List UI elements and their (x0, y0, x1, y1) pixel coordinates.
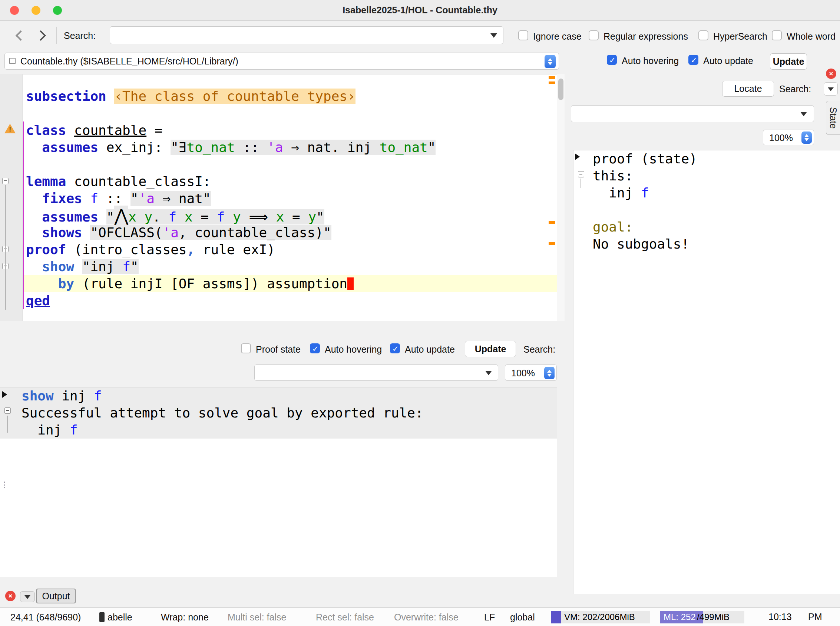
editor-scrollbar-thumb[interactable] (558, 78, 564, 100)
state-auto-hovering-label[interactable]: Auto hovering (622, 56, 679, 66)
output-auto-update-label[interactable]: Auto update (405, 344, 455, 355)
state-zoom-control[interactable]: 100% (763, 130, 814, 145)
state-search-label: Search: (779, 84, 811, 94)
history-back-icon[interactable] (16, 30, 26, 41)
mode-fragment[interactable]: abelle (107, 608, 132, 626)
scope-status[interactable]: global (510, 608, 535, 626)
search-combo-arrow-icon[interactable] (490, 33, 497, 38)
history-forward-icon[interactable] (36, 30, 46, 41)
code-line (23, 156, 557, 173)
whole-word-checkbox[interactable] (772, 30, 782, 41)
code-line: fixes f :: "'a ⇒ nat" (23, 190, 557, 207)
caret-position[interactable]: 24,41 (648/9690) (10, 608, 81, 626)
search-label: Search: (64, 30, 96, 41)
output-update-button[interactable]: Update (465, 341, 516, 357)
text-cursor (347, 277, 354, 290)
output-close-icon[interactable]: × (5, 591, 16, 601)
state-zoom-value: 100% (769, 133, 793, 143)
overview-warning-tick[interactable] (549, 81, 555, 84)
ml-gauge-total: /499MiB (697, 611, 730, 623)
state-update-button[interactable]: Update (770, 53, 807, 70)
code-line: show inj f (0, 387, 557, 404)
overview-warning-tick[interactable] (549, 242, 555, 245)
buffer-combobox-value: Countable.thy ($ISABELLE_HOME/src/HOL/Li… (20, 56, 239, 67)
overview-warning-tick[interactable] (549, 221, 555, 224)
output-search-arrow-icon[interactable] (485, 371, 492, 375)
buffer-combobox[interactable]: Countable.thy ($ISABELLE_HOME/src/HOL/Li… (5, 53, 559, 70)
vm-gauge-label: VM: 202/2006MiB (564, 611, 635, 623)
state-auto-hovering-checkbox[interactable] (607, 55, 617, 65)
output-fold-marker[interactable] (5, 407, 11, 414)
state-search-combobox[interactable] (571, 105, 814, 122)
line-separator-status[interactable]: LF (484, 608, 495, 626)
toolbar-divider (57, 27, 57, 44)
search-combobox[interactable] (110, 26, 503, 44)
warning-icon (5, 124, 16, 133)
buffer-icon (9, 58, 16, 64)
state-text-area[interactable]: proof (state)this: inj fgoal:No subgoals… (573, 150, 840, 253)
code-line: proof (intro_classes, rule exI) (23, 241, 557, 258)
state-auto-update-checkbox[interactable] (688, 55, 699, 65)
code-line: shows "OFCLASS('a, countable_class)" (23, 224, 557, 241)
code-line: No subgoals! (573, 236, 840, 253)
code-line: show "inj f" (23, 258, 557, 275)
fold-guide-line (5, 185, 6, 310)
code-line (573, 202, 840, 219)
output-zoom-stepper-icon[interactable] (544, 367, 554, 379)
state-fold-guide-line (581, 178, 581, 188)
state-locate-button[interactable]: Locate (722, 81, 774, 97)
output-auto-hovering-label[interactable]: Auto hovering (325, 344, 382, 355)
wrap-status[interactable]: Wrap: none (161, 608, 209, 626)
ignore-case-checkbox[interactable] (518, 30, 528, 41)
output-text-area[interactable]: show inj fSuccessful attempt to solve go… (0, 387, 557, 577)
rect-select-status[interactable]: Rect sel: false (316, 608, 374, 626)
proof-state-checkbox[interactable] (241, 343, 251, 354)
fold-marker[interactable] (2, 178, 8, 184)
state-text-panel[interactable]: proof (state)this: inj fgoal:No subgoals… (573, 150, 840, 594)
regular-expressions-checkbox[interactable] (589, 30, 599, 41)
panel-divider[interactable] (570, 73, 570, 607)
code-line: proof (state) (573, 150, 840, 167)
mode-indicator-icon[interactable] (99, 612, 105, 622)
overwrite-status[interactable]: Overwrite: false (394, 608, 458, 626)
code-line: lemma countable_classI: (23, 173, 557, 190)
window-title: Isabelle2025-1/HOL - Countable.thy (0, 0, 840, 20)
output-search-label: Search: (523, 344, 555, 355)
code-line: assumes "⋀x y. f x = f y ⟹ x = y" (23, 207, 557, 224)
state-auto-update-label[interactable]: Auto update (703, 56, 753, 66)
output-auto-hovering-checkbox[interactable] (310, 343, 320, 354)
output-dockable-button[interactable]: Output (36, 588, 75, 603)
editor-scrollbar[interactable] (557, 74, 565, 321)
ignore-case-label[interactable]: Ignore case (533, 31, 582, 42)
code-line: Successful attempt to solve goal by expo… (0, 404, 557, 421)
output-prompt-icon (2, 391, 7, 398)
hypersearch-label[interactable]: HyperSearch (713, 31, 767, 42)
proof-state-label[interactable]: Proof state (256, 344, 301, 355)
multi-select-status[interactable]: Multi sel: false (228, 608, 286, 626)
output-search-combobox[interactable] (254, 365, 498, 381)
ml-memory-gauge[interactable]: ML: 252 /499MiB (660, 611, 744, 623)
ml-gauge-used: ML: 252 (664, 611, 696, 623)
code-line: by (rule injI [OF assms]) assumption (23, 275, 557, 292)
state-fold-marker[interactable] (578, 171, 584, 177)
buffer-stepper-icon[interactable] (545, 55, 556, 68)
state-dockable-tab[interactable]: State (826, 101, 840, 135)
whole-word-label[interactable]: Whole word (787, 31, 835, 42)
output-menu-button[interactable] (20, 591, 35, 602)
state-close-icon[interactable]: × (826, 69, 836, 79)
code-line: subsection ‹The class of countable types… (23, 88, 557, 105)
left-edge-grip-icon[interactable]: ⋮ (0, 480, 8, 490)
output-zoom-value: 100% (511, 368, 535, 379)
state-search-arrow-icon[interactable] (800, 112, 807, 116)
output-zoom-control[interactable]: 100% (505, 365, 557, 381)
code-line: class countable = (23, 122, 557, 139)
editor-code-area[interactable]: subsection ‹The class of countable types… (23, 74, 557, 321)
regular-expressions-label[interactable]: Regular expressions (603, 31, 688, 42)
overview-warning-tick[interactable] (549, 76, 555, 79)
vm-memory-gauge[interactable]: VM: 202/2006MiB (551, 611, 650, 623)
state-search-options-button[interactable] (824, 82, 838, 95)
code-line: inj f (573, 185, 840, 202)
output-auto-update-checkbox[interactable] (390, 343, 400, 354)
state-zoom-stepper-icon[interactable] (801, 131, 812, 144)
hypersearch-checkbox[interactable] (699, 30, 708, 41)
